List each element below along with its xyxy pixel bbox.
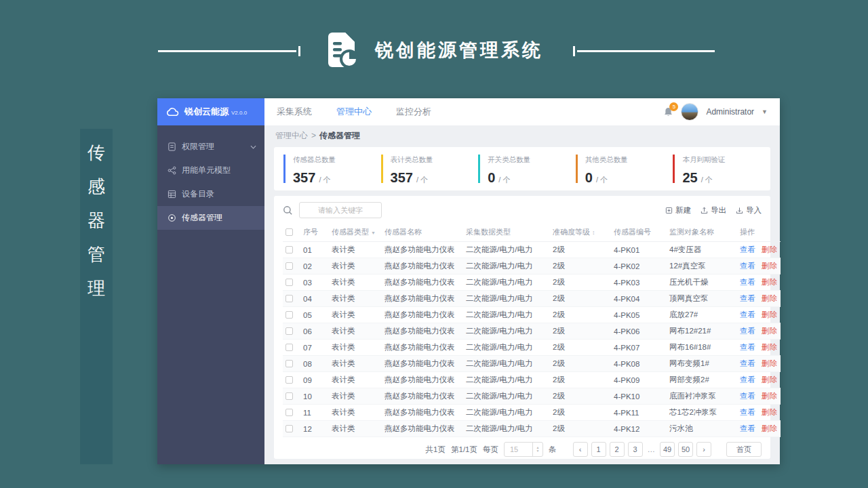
table-header: 序号传感器类型▼传感器名称采集数据类型准确度等级↕传感器编号监测对象名称操作	[283, 223, 781, 242]
cell-target: 12#真空泵	[667, 258, 737, 274]
view-link[interactable]: 查看	[740, 262, 755, 270]
cell-accuracy: 2级	[550, 274, 611, 291]
row-checkbox[interactable]	[285, 279, 293, 286]
cell-actions: 查看删除	[737, 291, 781, 307]
toolbar-action-1[interactable]: 导出	[701, 205, 726, 216]
row-checkbox[interactable]	[285, 327, 293, 335]
view-link[interactable]: 查看	[740, 327, 755, 335]
cell-name: 燕赵多功能电力仪表	[382, 258, 463, 274]
select-all-checkbox[interactable]	[285, 228, 293, 236]
stat-label: 表计类总数量	[391, 155, 476, 165]
delete-link[interactable]: 删除	[762, 245, 777, 253]
vertical-label-char: 理	[87, 279, 105, 297]
filter-icon[interactable]: ▼	[371, 230, 376, 235]
delete-link[interactable]: 删除	[762, 359, 777, 367]
cell-type: 表计类	[329, 323, 382, 340]
cell-target: 网布变频1#	[667, 356, 737, 372]
cell-data_type: 二次能源/电力/电力	[463, 323, 550, 340]
sort-icon[interactable]: ↕	[592, 229, 595, 236]
row-checkbox[interactable]	[285, 376, 293, 384]
row-checkbox[interactable]	[285, 409, 293, 416]
per-page-stepper-icon[interactable]: ▲▼	[532, 443, 542, 456]
column-label: 操作	[740, 228, 755, 236]
cell-code: 4-PK06	[611, 323, 667, 340]
view-link[interactable]: 查看	[740, 294, 755, 302]
view-link[interactable]: 查看	[740, 278, 755, 286]
cell-code: 4-PK10	[611, 388, 667, 405]
sidebar-item-label: 设备目录	[182, 188, 214, 200]
cell-accuracy: 2级	[550, 388, 611, 405]
row-checkbox[interactable]	[285, 392, 293, 400]
sidebar-item-label: 用能单元模型	[182, 165, 231, 176]
view-link[interactable]: 查看	[740, 245, 755, 253]
breadcrumb-parent[interactable]: 管理中心	[275, 130, 308, 142]
view-link[interactable]: 查看	[740, 343, 755, 351]
row-checkbox[interactable]	[285, 360, 293, 367]
user-dropdown-caret-icon[interactable]: ▼	[762, 108, 768, 115]
cell-target: 网部变频2#	[667, 372, 737, 388]
row-checkbox[interactable]	[285, 425, 293, 432]
page-button-3[interactable]: 3	[628, 442, 643, 457]
row-checkbox[interactable]	[285, 295, 293, 302]
stat-card-1: 表计类总数量357/ 个	[381, 155, 479, 183]
delete-link[interactable]: 删除	[762, 294, 777, 302]
view-link[interactable]: 查看	[740, 359, 755, 367]
page-button-2[interactable]: 2	[610, 442, 625, 457]
cell-accuracy: 2级	[550, 307, 611, 323]
cell-code: 4-PK03	[611, 274, 667, 291]
cell-name: 燕赵多功能电力仪表	[382, 291, 463, 307]
toolbar-action-label: 导入	[746, 205, 762, 216]
sidebar-item-0[interactable]: 权限管理	[157, 135, 264, 159]
row-checkbox[interactable]	[285, 311, 293, 319]
row-checkbox[interactable]	[285, 246, 293, 253]
page-button-49[interactable]: 49	[660, 442, 675, 457]
delete-link[interactable]: 删除	[762, 375, 777, 384]
delete-link[interactable]: 删除	[762, 408, 777, 416]
cell-actions: 查看删除	[737, 421, 781, 437]
view-link[interactable]: 查看	[740, 375, 755, 384]
notification-bell-icon[interactable]: 5	[663, 106, 673, 117]
row-checkbox[interactable]	[285, 344, 293, 351]
nav-tab-1[interactable]: 管理中心	[336, 106, 372, 118]
view-link[interactable]: 查看	[740, 408, 755, 416]
delete-link[interactable]: 删除	[762, 278, 777, 286]
stat-unit: / 个	[416, 176, 428, 184]
sidebar-item-1[interactable]: 用能单元模型	[157, 159, 264, 182]
table-row: 08表计类燕赵多功能电力仪表二次能源/电力/电力2级4-PK08网布变频1#查看…	[283, 356, 781, 372]
delete-link[interactable]: 删除	[762, 327, 777, 335]
page-button-1[interactable]: 1	[591, 442, 606, 457]
first-page-button[interactable]: 首页	[726, 442, 762, 457]
toolbar-action-2[interactable]: 导入	[736, 205, 762, 216]
nav-tab-2[interactable]: 监控分析	[396, 106, 431, 118]
delete-link[interactable]: 删除	[762, 310, 777, 319]
view-link[interactable]: 查看	[740, 392, 755, 400]
delete-link[interactable]: 删除	[762, 392, 777, 400]
view-link[interactable]: 查看	[740, 424, 755, 432]
prev-page-button[interactable]: ‹	[573, 442, 588, 457]
cell-type: 表计类	[329, 405, 382, 421]
stat-label: 其他类总数量	[585, 155, 671, 165]
sidebar-logo[interactable]: 锐创云能源 V2.0.0	[157, 98, 264, 125]
avatar[interactable]	[681, 103, 698, 121]
sidebar-item-2[interactable]: 设备目录	[157, 182, 264, 206]
sidebar-version: V2.0.0	[231, 110, 247, 116]
next-page-button[interactable]: ›	[696, 442, 711, 457]
sidebar-item-3[interactable]: 传感器管理	[157, 206, 264, 230]
view-link[interactable]: 查看	[740, 310, 755, 319]
cell-target: 底放27#	[667, 307, 737, 323]
cell-name: 燕赵多功能电力仪表	[382, 323, 463, 340]
page-button-50[interactable]: 50	[678, 442, 693, 457]
cell-actions: 查看删除	[737, 356, 781, 372]
toolbar-action-0[interactable]: 新建	[665, 205, 691, 216]
delete-link[interactable]: 删除	[762, 343, 777, 351]
delete-link[interactable]: 删除	[762, 424, 777, 432]
search-icon[interactable]	[283, 205, 293, 216]
nav-tab-0[interactable]: 采集系统	[277, 106, 312, 118]
search-input[interactable]	[299, 202, 382, 218]
per-page-select[interactable]: 15 ▲▼	[504, 442, 543, 457]
stat-card-2: 开关类总数量0/ 个	[478, 155, 576, 183]
delete-link[interactable]: 删除	[762, 262, 777, 270]
row-checkbox[interactable]	[285, 262, 293, 270]
breadcrumb: 管理中心 > 传感器管理	[264, 125, 780, 146]
cell-type: 表计类	[329, 340, 382, 356]
